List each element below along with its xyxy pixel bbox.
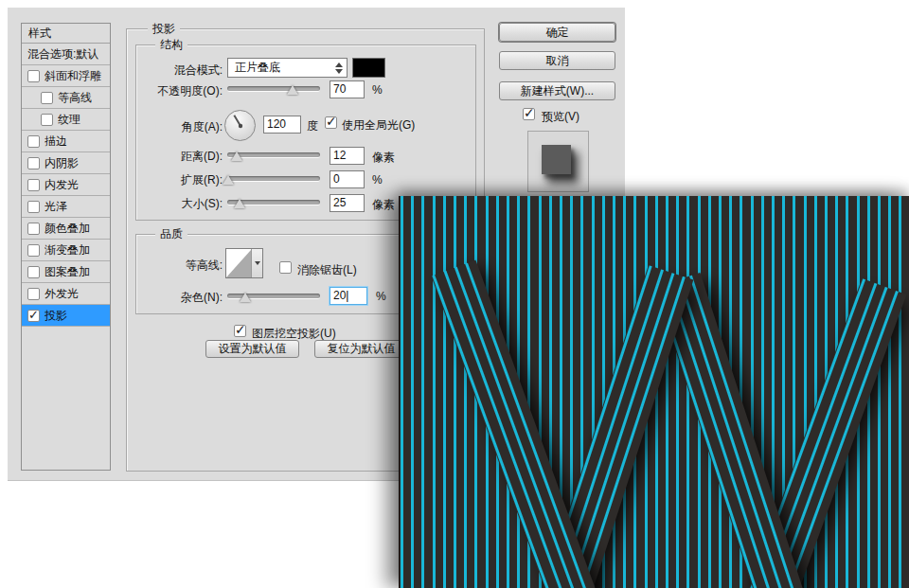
opacity-slider[interactable] bbox=[227, 86, 320, 91]
list-item-label: 光泽 bbox=[45, 199, 67, 215]
list-item-label: 图案叠加 bbox=[45, 264, 90, 280]
group-title: 结构 bbox=[155, 38, 187, 52]
check-icon: ✓ bbox=[235, 322, 246, 337]
opacity-unit: % bbox=[372, 83, 383, 97]
checkbox[interactable] bbox=[27, 266, 40, 278]
check-icon: ✓ bbox=[28, 308, 39, 322]
combo-spinner-icon bbox=[331, 62, 347, 74]
angle-dial[interactable] bbox=[224, 110, 256, 141]
list-item-label: 混合选项:默认 bbox=[27, 46, 98, 62]
list-item-label: 外发光 bbox=[45, 286, 79, 302]
checkbox[interactable] bbox=[41, 92, 53, 104]
shadow-color-swatch[interactable] bbox=[352, 58, 385, 78]
blend-mode-value: 正片叠底 bbox=[228, 60, 331, 76]
group-title: 品质 bbox=[155, 227, 187, 241]
spread-input[interactable]: 0 bbox=[330, 170, 365, 188]
list-item-label: 颜色叠加 bbox=[45, 221, 90, 237]
set-default-button[interactable]: 设置为默认值 bbox=[205, 340, 299, 358]
size-unit: 像素 bbox=[372, 197, 395, 213]
global-light-label: 使用全局光(G) bbox=[342, 117, 415, 134]
preview-label: 预览(V) bbox=[542, 109, 579, 125]
antialias-checkbox[interactable] bbox=[279, 261, 292, 274]
list-item-satin[interactable]: 光泽 bbox=[22, 196, 110, 218]
contour-preview-icon bbox=[226, 249, 251, 277]
list-item-pattern-overlay[interactable]: 图案叠加 bbox=[22, 261, 110, 283]
noise-value: 20 bbox=[333, 289, 346, 302]
list-item-label: 内阴影 bbox=[45, 155, 79, 171]
opacity-slider-thumb[interactable] bbox=[287, 85, 298, 95]
cancel-button[interactable]: 取消 bbox=[499, 51, 615, 70]
list-item-color-overlay[interactable]: 颜色叠加 bbox=[22, 218, 110, 240]
list-item-inner-glow[interactable]: 内发光 bbox=[22, 174, 110, 196]
angle-label: 角度(A): bbox=[137, 119, 223, 135]
list-item-contour[interactable]: 等高线 bbox=[22, 87, 110, 109]
list-item-bevel-emboss[interactable]: 斜面和浮雕 bbox=[22, 65, 110, 87]
angle-unit: 度 bbox=[307, 118, 318, 134]
spread-slider-thumb[interactable] bbox=[223, 175, 234, 185]
artwork-canvas bbox=[399, 196, 909, 588]
checkbox[interactable] bbox=[27, 288, 40, 300]
noise-slider[interactable] bbox=[227, 294, 320, 298]
spread-label: 扩展(R): bbox=[137, 172, 223, 188]
checkbox[interactable] bbox=[27, 201, 40, 213]
noise-label: 杂色(N): bbox=[142, 290, 223, 306]
size-label: 大小(S): bbox=[137, 196, 223, 212]
list-item-outer-glow[interactable]: 外发光 bbox=[22, 283, 110, 305]
checkbox[interactable] bbox=[27, 70, 40, 82]
layer-style-dialog: 样式 混合选项:默认 斜面和浮雕 等高线 纹理 描边 内阴影 内发光 bbox=[0, 0, 909, 588]
list-item-label: 渐变叠加 bbox=[45, 242, 90, 258]
list-item-drop-shadow[interactable]: ✓ 投影 bbox=[22, 305, 110, 327]
checkbox[interactable] bbox=[27, 244, 40, 257]
distance-input[interactable]: 12 bbox=[330, 147, 365, 165]
size-slider[interactable] bbox=[227, 200, 320, 205]
preview-shadow-square bbox=[542, 145, 571, 174]
styles-list: 样式 混合选项:默认 斜面和浮雕 等高线 纹理 描边 内阴影 内发光 bbox=[21, 23, 111, 471]
contour-dropdown-arrow-icon[interactable] bbox=[251, 249, 262, 277]
knockout-checkbox[interactable]: ✓ bbox=[234, 325, 246, 337]
blend-mode-label: 混合模式: bbox=[137, 62, 223, 79]
spread-slider[interactable] bbox=[227, 176, 320, 181]
style-preview-thumbnail bbox=[527, 131, 589, 192]
reset-default-button[interactable]: 复位为默认值 bbox=[314, 340, 408, 358]
size-slider-thumb[interactable] bbox=[234, 199, 245, 208]
distance-slider[interactable] bbox=[227, 152, 320, 157]
checkbox[interactable] bbox=[27, 179, 40, 191]
list-item-inner-shadow[interactable]: 内阴影 bbox=[22, 152, 110, 174]
list-item-label: 描边 bbox=[45, 134, 67, 150]
checkbox[interactable] bbox=[27, 157, 40, 169]
global-light-checkbox[interactable]: ✓ bbox=[325, 116, 337, 129]
list-item-label: 斜面和浮雕 bbox=[45, 68, 101, 84]
antialias-label: 消除锯齿(L) bbox=[297, 262, 357, 278]
w-stroke-left-down bbox=[431, 260, 595, 588]
list-item-label: 纹理 bbox=[58, 112, 80, 128]
size-input[interactable]: 25 bbox=[330, 194, 365, 212]
text-caret: | bbox=[346, 289, 348, 302]
styles-list-header: 样式 bbox=[22, 24, 110, 44]
distance-label: 距离(D): bbox=[137, 149, 223, 165]
check-icon: ✓ bbox=[524, 105, 535, 120]
opacity-label: 不透明度(O): bbox=[121, 83, 223, 99]
group-title: 投影 bbox=[148, 22, 180, 36]
checkbox[interactable]: ✓ bbox=[27, 310, 40, 322]
new-style-button[interactable]: 新建样式(W)... bbox=[499, 81, 615, 100]
checkbox[interactable] bbox=[41, 114, 53, 126]
list-item-stroke[interactable]: 描边 bbox=[22, 131, 110, 152]
ok-button[interactable]: 确定 bbox=[499, 23, 615, 42]
noise-slider-thumb[interactable] bbox=[240, 293, 251, 302]
opacity-input[interactable]: 70 bbox=[330, 80, 365, 98]
angle-needle-icon bbox=[225, 111, 257, 142]
list-item-label: 等高线 bbox=[58, 90, 92, 106]
list-item-texture[interactable]: 纹理 bbox=[22, 109, 110, 131]
list-item-gradient-overlay[interactable]: 渐变叠加 bbox=[22, 240, 110, 261]
list-item-blending-options[interactable]: 混合选项:默认 bbox=[22, 44, 110, 65]
angle-input[interactable]: 120 bbox=[263, 116, 301, 134]
check-icon: ✓ bbox=[326, 114, 337, 129]
distance-slider-thumb[interactable] bbox=[231, 151, 242, 161]
checkbox[interactable] bbox=[27, 223, 40, 235]
contour-picker[interactable] bbox=[225, 248, 263, 278]
blend-mode-select[interactable]: 正片叠底 bbox=[227, 58, 348, 78]
noise-unit: % bbox=[376, 290, 386, 303]
preview-checkbox[interactable]: ✓ bbox=[523, 108, 535, 120]
noise-input[interactable]: 20| bbox=[330, 287, 367, 305]
checkbox[interactable] bbox=[27, 135, 40, 148]
